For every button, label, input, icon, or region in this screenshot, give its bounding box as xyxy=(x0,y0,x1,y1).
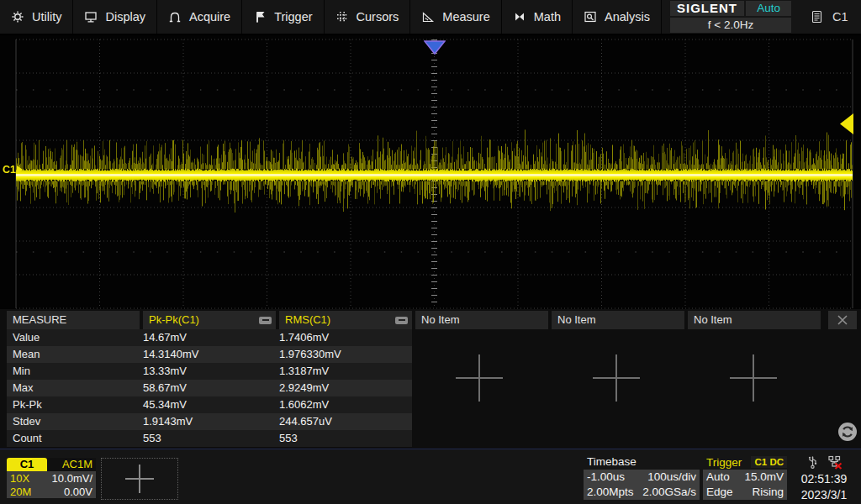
math-bowtie-icon xyxy=(513,10,526,24)
measure-statistics-table: Value14.67mV1.7406mV Mean14.3140mV1.9763… xyxy=(7,329,412,447)
volts-per-div: 10.0mV/ xyxy=(52,472,92,485)
menu-measure-label: Measure xyxy=(442,10,489,24)
active-channel-label: C1 xyxy=(832,10,848,24)
plus-icon xyxy=(125,465,154,493)
timebase-title: Timebase xyxy=(584,454,700,470)
menu-acquire-label: Acquire xyxy=(189,10,230,24)
analysis-magnifier-icon xyxy=(584,10,597,24)
memory-depth: 2.00Mpts xyxy=(587,486,634,499)
menu-utility[interactable]: Utility xyxy=(0,0,73,34)
channel-c1-trace xyxy=(16,39,853,308)
timebase-descriptor-box[interactable]: Timebase -1.00us100us/div 2.00Mpts2.00GS… xyxy=(584,454,700,500)
menu-utility-label: Utility xyxy=(32,10,61,24)
add-measurement-3-button[interactable] xyxy=(456,354,503,402)
channel-c1-descriptor-box[interactable]: C1 AC1M 10X10.0mV/ 20M0.00V xyxy=(7,458,96,498)
measure-title: MEASURE xyxy=(7,311,140,329)
trigger-delay: -1.00us xyxy=(587,470,625,484)
refresh-icon xyxy=(837,422,858,442)
trigger-frequency-readout: f < 2.0Hz xyxy=(670,18,791,33)
trigger-position-marker[interactable] xyxy=(424,40,446,55)
menu-analysis[interactable]: Analysis xyxy=(573,0,662,34)
menu-display[interactable]: Display xyxy=(73,0,157,34)
channel-c1-offset-marker[interactable]: C1 xyxy=(3,164,23,176)
sample-rate: 2.00GSa/s xyxy=(642,486,696,499)
close-icon xyxy=(837,314,848,326)
trigger-slope: Rising xyxy=(752,486,784,499)
lan-disconnected-icon xyxy=(827,454,843,470)
table-row: Count553553 xyxy=(7,430,412,447)
trigger-level: 15.0mV xyxy=(744,470,784,484)
menu-cursors[interactable]: Cursors xyxy=(325,0,411,34)
close-measure-panel-button[interactable] xyxy=(828,311,857,329)
trigger-type: Edge xyxy=(706,486,733,499)
flag-icon xyxy=(253,10,267,24)
acquisition-status-badge: Auto xyxy=(746,1,791,16)
trigger-mode: Auto xyxy=(706,470,730,484)
measure-col1-header[interactable]: Pk-Pk(C1) xyxy=(143,311,276,329)
menu-trigger-label: Trigger xyxy=(274,10,312,24)
gear-icon xyxy=(11,10,24,24)
remove-measurement-1-button[interactable] xyxy=(259,317,272,324)
system-time: 02:51:39 xyxy=(789,471,859,487)
probe-attenuation: 10X xyxy=(10,472,29,485)
channel-c1-badge: C1 xyxy=(7,458,47,471)
trigger-descriptor-box[interactable]: Trigger C1 DC Auto15.0mV EdgeRising xyxy=(703,454,787,500)
table-row: Min13.33mV1.3187mV xyxy=(7,363,412,380)
table-row: Max58.67mV2.9249mV xyxy=(7,380,412,396)
trigger-title: Trigger xyxy=(706,456,742,469)
menu-math-label: Math xyxy=(534,10,561,24)
trigger-level-marker[interactable] xyxy=(839,113,854,135)
usb-icon xyxy=(806,454,819,470)
system-date: 2023/3/1 xyxy=(789,487,859,503)
time-per-div: 100us/div xyxy=(647,470,696,484)
notes-icon xyxy=(811,10,822,24)
acquire-icon xyxy=(168,10,182,24)
measure-col2-header[interactable]: RMS(C1) xyxy=(279,311,412,329)
table-row: Stdev1.9143mV244.657uV xyxy=(7,413,412,430)
table-row: Mean14.3140mV1.976330mV xyxy=(7,346,412,363)
menu-measure[interactable]: Measure xyxy=(410,0,501,34)
waveform-display-area: C1 xyxy=(0,35,861,309)
active-channel-indicator[interactable]: C1 xyxy=(811,0,848,34)
measure-ruler-icon xyxy=(421,10,435,24)
clock-box: 02:51:39 2023/3/1 xyxy=(789,453,859,503)
measure-panel: MEASURE Pk-Pk(C1) RMS(C1) No Item No Ite… xyxy=(0,309,861,449)
trigger-source-chip: C1 DC xyxy=(751,456,787,468)
add-measurement-5-button[interactable] xyxy=(730,354,777,402)
menu-trigger[interactable]: Trigger xyxy=(242,0,324,34)
channel-c1-offset-label: C1 xyxy=(3,164,16,176)
bandwidth-limit: 20M xyxy=(10,486,31,498)
measure-col3-header[interactable]: No Item xyxy=(415,311,548,329)
measure-col5-header[interactable]: No Item xyxy=(688,311,821,329)
display-icon xyxy=(84,10,98,24)
reset-statistics-button[interactable] xyxy=(837,422,858,442)
channel-arrow-icon xyxy=(17,165,23,174)
menu-cursors-label: Cursors xyxy=(357,10,399,24)
measure-header-row: MEASURE Pk-Pk(C1) RMS(C1) No Item No Ite… xyxy=(7,311,821,329)
top-menu-bar: Utility Display Acquire Trigger Cursors … xyxy=(0,0,861,35)
remove-measurement-2-button[interactable] xyxy=(395,317,408,324)
cursors-grid-icon xyxy=(335,10,349,24)
channel-offset: 0.00V xyxy=(64,486,92,498)
table-row: Pk-Pk45.34mV1.6062mV xyxy=(7,396,412,413)
status-cluster: SIGLENT Auto f < 2.0Hz xyxy=(670,0,791,34)
measure-col4-header[interactable]: No Item xyxy=(552,311,684,329)
table-row: Value14.67mV1.7406mV xyxy=(7,329,412,346)
siglent-logo: SIGLENT xyxy=(670,1,744,16)
add-measurement-4-button[interactable] xyxy=(593,354,640,402)
menu-math[interactable]: Math xyxy=(502,0,573,34)
menu-acquire[interactable]: Acquire xyxy=(157,0,242,34)
menu-analysis-label: Analysis xyxy=(605,10,650,24)
add-channel-button[interactable] xyxy=(101,458,178,500)
coupling-label: AC1M xyxy=(47,458,96,471)
menu-display-label: Display xyxy=(105,10,145,24)
bottom-status-bar: C1 AC1M 10X10.0mV/ 20M0.00V Timebase -1.… xyxy=(0,449,861,504)
